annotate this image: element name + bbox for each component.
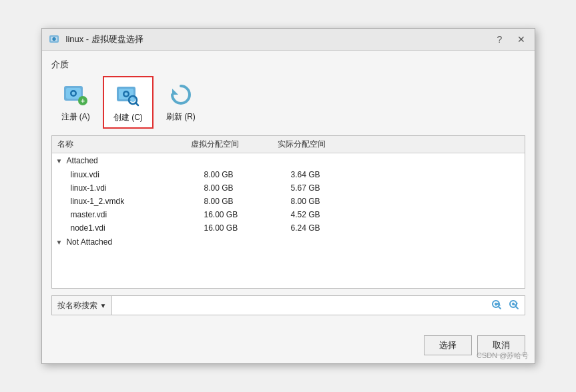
- group-not-attached-label: Not Attached: [66, 237, 112, 247]
- select-button[interactable]: 选择: [424, 335, 472, 355]
- col-name: 名称: [57, 139, 191, 150]
- group-attached[interactable]: ▼ Attached: [52, 153, 525, 168]
- item-name: linux-1.vdi: [71, 183, 204, 193]
- item-virtual: 16.00 GB: [204, 210, 291, 219]
- search-row: 按名称搜索 ▼: [51, 295, 525, 315]
- refresh-button[interactable]: 刷新 (R): [156, 76, 206, 127]
- item-name: node1.vdi: [71, 223, 204, 233]
- item-virtual: 8.00 GB: [204, 197, 291, 206]
- list-header: 名称 虚拟分配空间 实际分配空间: [52, 136, 525, 153]
- item-name: linux-1_2.vmdk: [71, 197, 204, 206]
- search-next-icon: [508, 299, 521, 312]
- svg-marker-17: [172, 89, 178, 95]
- item-actual: 8.00 GB: [291, 197, 378, 206]
- search-dropdown-icon: ▼: [100, 302, 107, 309]
- search-icons: [487, 298, 525, 313]
- chevron-icon: ▼: [56, 157, 63, 165]
- svg-line-16: [135, 103, 138, 106]
- title-bar-left: linux - 虚拟硬盘选择: [49, 33, 143, 45]
- refresh-label: 刷新 (R): [166, 111, 196, 123]
- list-item[interactable]: linux-1.vdi 8.00 GB 5.67 GB: [52, 181, 525, 195]
- search-prev-icon: [491, 299, 504, 312]
- svg-point-3: [53, 39, 55, 40]
- search-label: 按名称搜索: [57, 300, 97, 311]
- footer: 选择 取消 CSDN @苏哈号: [42, 330, 535, 363]
- toolbar: + 注册 (A) 创建 (C): [51, 76, 525, 129]
- item-actual: 5.67 GB: [291, 183, 378, 193]
- item-virtual: 8.00 GB: [204, 170, 291, 179]
- create-button[interactable]: 创建 (C): [103, 76, 154, 129]
- create-icon: [114, 81, 142, 109]
- col-virtual: 虚拟分配空间: [191, 139, 278, 150]
- create-label: 创建 (C): [113, 112, 143, 123]
- title-bar-right: ? ✕: [493, 33, 528, 46]
- item-virtual: 16.00 GB: [204, 223, 291, 233]
- search-next-button[interactable]: [507, 298, 522, 313]
- list-item[interactable]: linux-1_2.vmdk 8.00 GB 8.00 GB: [52, 195, 525, 208]
- list-item[interactable]: linux.vdi 8.00 GB 3.64 GB: [52, 168, 525, 181]
- item-name: linux.vdi: [71, 170, 204, 179]
- refresh-icon: [167, 81, 195, 109]
- register-label: 注册 (A): [61, 111, 90, 123]
- title-text: linux - 虚拟硬盘选择: [66, 33, 143, 45]
- title-bar: linux - 虚拟硬盘选择 ? ✕: [42, 29, 535, 51]
- svg-point-15: [131, 98, 135, 102]
- app-icon: [49, 33, 61, 45]
- item-actual: 6.24 GB: [291, 223, 378, 233]
- item-virtual: 8.00 GB: [204, 183, 291, 193]
- help-button[interactable]: ?: [493, 33, 507, 46]
- item-actual: 3.64 GB: [291, 170, 378, 179]
- group-not-attached[interactable]: ▼ Not Attached: [52, 235, 525, 249]
- disk-list-container[interactable]: 名称 虚拟分配空间 实际分配空间 ▼ Attached linux.vdi 8.…: [51, 135, 525, 289]
- search-prev-button[interactable]: [490, 298, 505, 313]
- chevron-icon: ▼: [56, 239, 63, 246]
- watermark: CSDN @苏哈号: [477, 351, 529, 361]
- search-input[interactable]: [112, 296, 487, 315]
- svg-text:+: +: [81, 97, 85, 105]
- svg-line-23: [515, 307, 518, 309]
- col-actual: 实际分配空间: [278, 139, 364, 150]
- list-item[interactable]: node1.vdi 16.00 GB 6.24 GB: [52, 221, 525, 235]
- search-filter-button[interactable]: 按名称搜索 ▼: [52, 296, 113, 315]
- dialog-window: linux - 虚拟硬盘选择 ? ✕ 介质 + 注册 (A): [41, 28, 535, 364]
- svg-point-13: [124, 93, 127, 96]
- svg-point-7: [72, 92, 75, 95]
- register-button[interactable]: + 注册 (A): [51, 76, 100, 127]
- register-icon: +: [61, 81, 89, 109]
- group-attached-label: Attached: [66, 156, 97, 165]
- svg-line-20: [498, 307, 501, 309]
- dialog-body: 介质 + 注册 (A): [42, 51, 535, 330]
- list-item[interactable]: master.vdi 16.00 GB 4.52 GB: [52, 208, 525, 221]
- item-actual: 4.52 GB: [291, 210, 378, 219]
- section-label: 介质: [51, 59, 525, 71]
- close-button[interactable]: ✕: [515, 33, 528, 46]
- item-name: master.vdi: [71, 210, 204, 219]
